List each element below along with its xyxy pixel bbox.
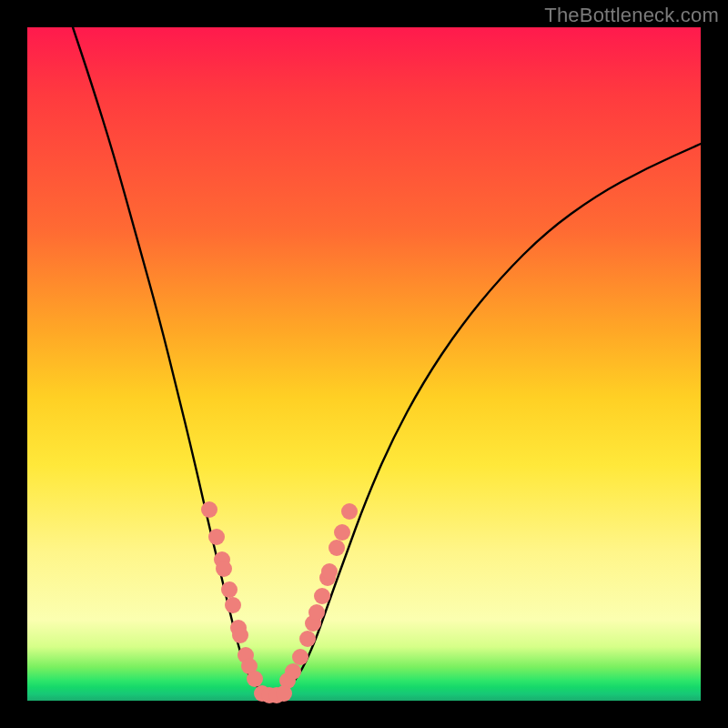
data-dot [329, 540, 345, 556]
bottleneck-curve [27, 27, 701, 701]
plot-area [27, 27, 701, 701]
data-dot [276, 685, 292, 702]
data-dot [221, 581, 238, 598]
data-dot [285, 663, 301, 680]
chart-frame: TheBottleneck.com [0, 0, 728, 728]
data-dot [225, 597, 241, 613]
data-dot [334, 524, 350, 541]
data-dot [314, 588, 330, 604]
data-dot [247, 671, 263, 687]
data-dot [308, 604, 325, 621]
data-dot [201, 501, 217, 518]
curve-path [73, 27, 701, 694]
data-dot [321, 563, 338, 580]
data-dot [341, 503, 358, 520]
data-dot [208, 529, 225, 545]
data-dot [292, 649, 308, 665]
data-dot [216, 561, 232, 577]
data-dot [299, 631, 316, 647]
watermark-text: TheBottleneck.com [544, 4, 719, 27]
data-dots [201, 501, 358, 703]
data-dot [232, 627, 248, 643]
